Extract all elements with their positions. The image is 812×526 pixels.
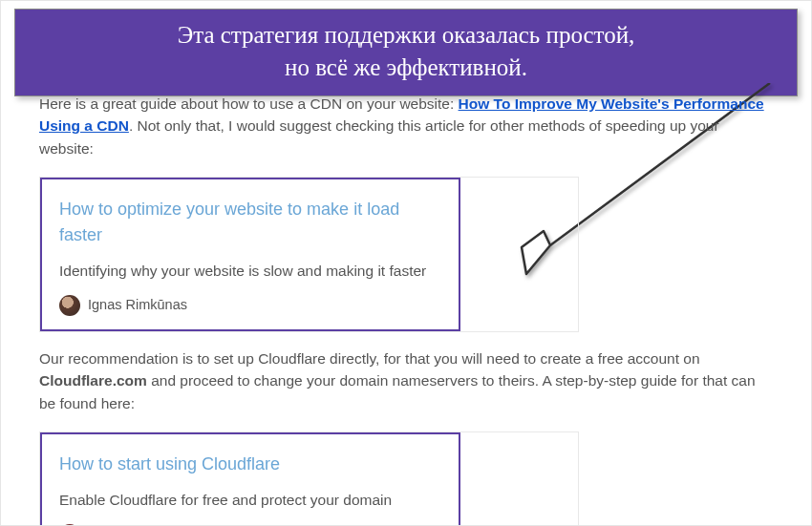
mid-text-2: and proceed to change your domain namese…	[39, 372, 756, 410]
mid-paragraph: Our recommendation is to set up Cloudfla…	[39, 347, 773, 414]
banner-line-2: но всё же эффективной.	[285, 54, 527, 80]
card-1-description: Identifying why your website is slow and…	[59, 260, 441, 282]
intro-paragraph: Here is a great guide about how to use a…	[39, 93, 773, 159]
article-card-2[interactable]: How to start using Cloudflare Enable Clo…	[40, 432, 460, 526]
card-1-author-name: Ignas Rimkūnas	[88, 295, 187, 316]
article-content: Here is a great guide about how to use a…	[39, 93, 773, 526]
cloudflare-bold: Cloudflare.com	[39, 372, 147, 389]
avatar-icon	[59, 295, 80, 316]
card-2-title[interactable]: How to start using Cloudflare	[59, 452, 441, 477]
intro-text-2: . Not only that, I would suggest checkin…	[39, 117, 719, 156]
article-card-1-container: How to optimize your website to make it …	[39, 177, 579, 332]
article-card-1[interactable]: How to optimize your website to make it …	[40, 178, 460, 331]
card-2-description: Enable Cloudflare for free and protect y…	[59, 489, 441, 511]
mid-text-1: Our recommendation is to set up Cloudfla…	[39, 350, 700, 367]
card-1-author: Ignas Rimkūnas	[59, 295, 441, 316]
intro-text-1: Here is a great guide about how to use a…	[39, 95, 459, 112]
banner-line-1: Эта стратегия поддержки оказалась просто…	[178, 22, 635, 48]
card-1-title[interactable]: How to optimize your website to make it …	[59, 197, 441, 248]
article-card-2-container: How to start using Cloudflare Enable Clo…	[39, 431, 579, 526]
annotation-banner: Эта стратегия поддержки оказалась просто…	[14, 9, 798, 96]
